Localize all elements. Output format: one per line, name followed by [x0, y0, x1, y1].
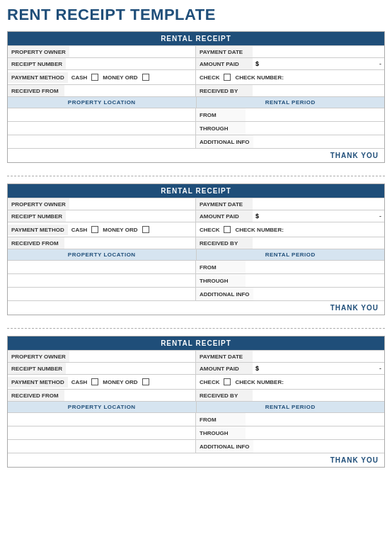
payment-date-value-3[interactable]	[253, 351, 384, 362]
location-value-row2-3[interactable]	[8, 426, 196, 439]
row-payment-method-1: PAYMENT METHOD CASH MONEY ORD CHECK CHEC…	[8, 69, 384, 84]
thank-you-text-2: THANK YOU	[330, 304, 379, 312]
check-checkbox-2[interactable]	[224, 226, 231, 233]
cash-checkbox-1[interactable]	[91, 74, 98, 81]
check-label-3: CHECK	[200, 379, 219, 385]
received-from-value-2[interactable]	[64, 237, 195, 249]
loc-from-row-3: FROM	[8, 412, 384, 426]
row-payment-method-2: PAYMENT METHOD CASH MONEY ORD CHECK CHEC…	[8, 222, 384, 237]
cash-checkbox-2[interactable]	[91, 226, 98, 233]
payment-date-value-1[interactable]	[253, 46, 384, 57]
page-title: RENT RECEIPT TEMPLATE	[7, 6, 385, 24]
money-ord-checkbox-1[interactable]	[142, 74, 149, 81]
additional-info-label-2: ADDITIONAL INFO	[196, 288, 253, 300]
loc-additional-row-3: ADDITIONAL INFO	[8, 439, 384, 453]
location-value-row3-1[interactable]	[8, 135, 196, 148]
amount-paid-value-1[interactable]: $ -	[253, 58, 384, 69]
from-label-3: FROM	[196, 413, 246, 426]
section-headers-3: PROPERTY LOCATION RENTAL PERIOD	[8, 401, 384, 412]
received-by-value-1[interactable]	[253, 85, 384, 96]
receipt-header-1: RENTAL RECEIPT	[8, 32, 384, 45]
payment-method-label-2: PAYMENT METHOD	[8, 225, 68, 235]
additional-info-value-1[interactable]	[253, 135, 384, 148]
through-value-1[interactable]	[246, 122, 384, 135]
payment-method-options-1: CASH MONEY ORD	[68, 72, 195, 83]
received-by-value-3[interactable]	[253, 390, 384, 401]
row-receipt-1: RECEIPT NUMBER AMOUNT PAID $ -	[8, 57, 384, 69]
location-value-row1-1[interactable]	[8, 108, 196, 121]
received-from-label-2: RECEIVED FROM	[8, 237, 64, 249]
property-location-header-1: PROPERTY LOCATION	[8, 97, 197, 108]
amount-paid-label-2: AMOUNT PAID	[196, 210, 253, 222]
thank-you-text-3: THANK YOU	[330, 456, 379, 464]
location-value-row1-2[interactable]	[8, 261, 196, 273]
receipt-number-value-1[interactable]	[66, 58, 195, 69]
payment-method-options-3: CASH MONEY ORD	[68, 376, 195, 388]
row-received-2: RECEIVED FROM RECEIVED BY	[8, 237, 384, 249]
check-method-row-2: CHECK CHECK NUMBER:	[196, 222, 290, 237]
received-by-value-2[interactable]	[253, 237, 384, 249]
amount-paid-label-3: AMOUNT PAID	[196, 363, 253, 374]
received-from-value-1[interactable]	[64, 85, 195, 96]
receipt-number-value-2[interactable]	[66, 210, 195, 222]
location-value-row2-1[interactable]	[8, 122, 196, 135]
loc-from-row-1: FROM	[8, 108, 384, 121]
check-checkbox-3[interactable]	[224, 378, 231, 385]
received-by-label-2: RECEIVED BY	[196, 237, 253, 249]
location-value-row3-3[interactable]	[8, 440, 196, 453]
cash-label-2: CASH	[71, 227, 88, 233]
thank-you-row-2: THANK YOU	[8, 300, 384, 315]
property-owner-value-3[interactable]	[69, 351, 195, 362]
property-owner-value-2[interactable]	[69, 198, 195, 210]
cash-label-3: CASH	[71, 379, 88, 385]
rental-period-header-1: RENTAL PERIOD	[197, 97, 385, 108]
receipt-header-2: RENTAL RECEIPT	[8, 184, 384, 198]
location-value-row2-2[interactable]	[8, 274, 196, 287]
check-number-label-3: CHECK NUMBER:	[235, 379, 283, 385]
thank-you-text-1: THANK YOU	[330, 152, 379, 159]
through-label-1: THROUGH	[196, 122, 246, 135]
divider-2	[7, 328, 385, 329]
received-from-label-1: RECEIVED FROM	[8, 85, 64, 96]
dollar-sign-2: $	[255, 213, 259, 220]
property-owner-label-2: PROPERTY OWNER	[8, 198, 69, 210]
from-value-2[interactable]	[246, 261, 384, 273]
location-value-row3-2[interactable]	[8, 288, 196, 300]
additional-info-value-2[interactable]	[253, 288, 384, 300]
check-number-label-2: CHECK NUMBER:	[235, 227, 283, 233]
check-checkbox-1[interactable]	[224, 74, 231, 81]
received-from-value-3[interactable]	[64, 390, 195, 401]
rental-period-header-3: RENTAL PERIOD	[197, 402, 385, 412]
received-from-label-3: RECEIVED FROM	[8, 390, 64, 401]
loc-through-row-1: THROUGH	[8, 121, 384, 135]
amount-paid-value-3[interactable]: $ -	[253, 363, 384, 374]
money-ord-checkbox-2[interactable]	[142, 226, 149, 233]
cash-label-1: CASH	[71, 74, 88, 81]
payment-date-value-2[interactable]	[253, 198, 384, 210]
received-by-label-1: RECEIVED BY	[196, 85, 253, 96]
receipt-number-label-1: RECEIPT NUMBER	[8, 58, 66, 69]
money-ord-checkbox-3[interactable]	[142, 378, 149, 385]
row-receipt-2: RECEIPT NUMBER AMOUNT PAID $ -	[8, 210, 384, 222]
thank-you-row-3: THANK YOU	[8, 453, 384, 467]
property-owner-label-3: PROPERTY OWNER	[8, 351, 69, 362]
row-receipt-3: RECEIPT NUMBER AMOUNT PAID $ -	[8, 362, 384, 374]
from-value-3[interactable]	[246, 413, 384, 426]
additional-info-value-3[interactable]	[253, 440, 384, 453]
section-headers-1: PROPERTY LOCATION RENTAL PERIOD	[8, 96, 384, 108]
through-value-3[interactable]	[246, 426, 384, 439]
section-headers-2: PROPERTY LOCATION RENTAL PERIOD	[8, 249, 384, 260]
amount-paid-value-2[interactable]: $ -	[253, 210, 384, 222]
from-value-1[interactable]	[246, 108, 384, 121]
receipt-number-value-3[interactable]	[66, 363, 195, 374]
dollar-sign-3: $	[255, 365, 259, 372]
property-owner-value-1[interactable]	[69, 46, 195, 57]
loc-additional-row-1: ADDITIONAL INFO	[8, 135, 384, 148]
row-owner-1: PROPERTY OWNER PAYMENT DATE	[8, 45, 384, 57]
receipt-number-label-3: RECEIPT NUMBER	[8, 363, 66, 374]
location-value-row1-3[interactable]	[8, 413, 196, 426]
from-label-2: FROM	[196, 261, 246, 273]
cash-checkbox-3[interactable]	[91, 378, 98, 385]
through-value-2[interactable]	[246, 274, 384, 287]
row-payment-method-3: PAYMENT METHOD CASH MONEY ORD CHECK CHEC…	[8, 374, 384, 389]
